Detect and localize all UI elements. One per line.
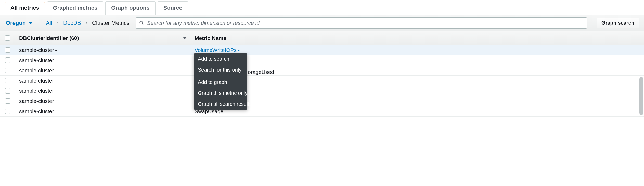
chevron-down-icon <box>29 22 32 24</box>
tab-graphed-metrics[interactable]: Graphed metrics <box>47 1 104 15</box>
sort-dropdown-icon[interactable] <box>183 37 187 39</box>
cell-metric-name[interactable]: VolumeWriteIOPs <box>190 45 644 55</box>
caret-down-icon[interactable] <box>237 50 240 51</box>
toolbar: Oregon All › DocDB › Cluster Metrics Gra… <box>0 15 644 31</box>
metric-name-text[interactable]: VolumeWriteIOPs <box>195 47 237 53</box>
cell-cluster-identifier[interactable]: sample-cluster <box>15 76 190 86</box>
cell-metric-name[interactable] <box>190 76 644 86</box>
cluster-identifier-text: sample-cluster <box>19 98 54 104</box>
row-checkbox-cell <box>0 96 15 106</box>
menu-add-to-graph[interactable]: Add to graph <box>194 77 247 88</box>
table-header: DBClusterIdentifier (60) Metric Name <box>0 31 644 45</box>
header-checkbox-cell <box>0 31 15 45</box>
cell-metric-name[interactable] <box>190 96 644 106</box>
row-checkbox[interactable] <box>5 109 10 114</box>
breadcrumb-separator-icon: › <box>86 20 87 26</box>
graph-search-button[interactable]: Graph search <box>597 18 639 28</box>
cell-metric-name[interactable] <box>190 55 644 65</box>
tab-all-metrics[interactable]: All metrics <box>5 2 45 15</box>
menu-separator <box>194 76 247 76</box>
breadcrumb-current: Cluster Metrics <box>92 20 130 26</box>
search-box[interactable] <box>136 17 587 29</box>
row-checkbox-cell <box>0 45 15 55</box>
search-icon <box>139 20 144 26</box>
table-row[interactable]: sample-cluster <box>0 86 644 96</box>
cell-cluster-identifier[interactable]: sample-cluster <box>15 106 190 116</box>
table-row[interactable]: sample-clusterSwapUsage <box>0 106 644 117</box>
cluster-identifier-text: sample-cluster <box>19 108 54 114</box>
search-wrap <box>136 17 592 29</box>
header-identifier[interactable]: DBClusterIdentifier (60) <box>15 31 190 45</box>
cell-metric-name[interactable]: SwapUsage <box>190 106 644 116</box>
header-identifier-label: DBClusterIdentifier (60) <box>19 35 79 41</box>
table-row[interactable]: sample-cluster <box>0 65 644 76</box>
metrics-table: DBClusterIdentifier (60) Metric Name sam… <box>0 31 644 117</box>
menu-graph-all-results[interactable]: Graph all search results <box>194 99 247 110</box>
tab-graph-options[interactable]: Graph options <box>105 1 155 15</box>
cell-cluster-identifier[interactable]: sample-cluster <box>15 86 190 96</box>
search-input[interactable] <box>147 20 584 26</box>
row-checkbox-cell <box>0 86 15 96</box>
row-checkbox[interactable] <box>5 57 10 63</box>
row-checkbox-cell <box>0 106 15 116</box>
cloudwatch-metrics-panel: All metrics Graphed metrics Graph option… <box>0 0 644 117</box>
row-checkbox-cell <box>0 76 15 86</box>
cell-cluster-identifier[interactable]: sample-cluster <box>15 55 190 65</box>
cell-cluster-identifier[interactable]: sample-cluster <box>15 65 190 75</box>
breadcrumb-all[interactable]: All <box>46 20 52 26</box>
table-row[interactable]: sample-cluster <box>0 76 644 86</box>
row-checkbox[interactable] <box>5 68 10 73</box>
table-row[interactable]: sample-cluster <box>0 55 644 65</box>
select-all-checkbox[interactable] <box>5 35 10 41</box>
menu-graph-this-only[interactable]: Graph this metric only <box>194 88 247 99</box>
table-body: sample-clusterVolumeWriteIOPssample-clus… <box>0 45 644 117</box>
table-row[interactable]: sample-clusterVolumeWriteIOPs <box>0 45 644 55</box>
graph-search-cell: Graph search <box>592 15 644 31</box>
cell-metric-name[interactable] <box>190 86 644 96</box>
cell-cluster-identifier[interactable]: sample-cluster <box>15 45 190 55</box>
breadcrumb: All › DocDB › Cluster Metrics <box>40 20 135 26</box>
table-row[interactable]: sample-cluster <box>0 96 644 106</box>
row-checkbox-cell <box>0 55 15 65</box>
menu-search-this-only[interactable]: Search for this only <box>194 64 247 75</box>
metric-context-menu: Add to search Search for this only Add t… <box>194 53 247 110</box>
tab-source[interactable]: Source <box>158 1 188 15</box>
cell-cluster-identifier[interactable]: sample-cluster <box>15 96 190 106</box>
row-checkbox[interactable] <box>5 47 10 53</box>
cluster-identifier-text: sample-cluster <box>19 67 54 74</box>
row-checkbox[interactable] <box>5 88 10 94</box>
breadcrumb-separator-icon: › <box>57 20 59 26</box>
row-checkbox-cell <box>0 65 15 75</box>
cluster-identifier-text: sample-cluster <box>19 57 54 63</box>
caret-down-icon[interactable] <box>55 50 58 51</box>
obscured-metric-tail: orageUsed <box>248 69 274 75</box>
cluster-identifier-text: sample-cluster <box>19 47 54 53</box>
header-metric-label: Metric Name <box>195 35 226 41</box>
header-metric-name[interactable]: Metric Name <box>190 31 644 45</box>
breadcrumb-docdb[interactable]: DocDB <box>63 20 81 26</box>
tabs-bar: All metrics Graphed metrics Graph option… <box>0 0 644 15</box>
region-selector[interactable]: Oregon <box>0 15 40 31</box>
row-checkbox[interactable] <box>5 98 10 104</box>
menu-add-to-search[interactable]: Add to search <box>194 53 247 64</box>
vertical-scrollbar[interactable] <box>639 77 643 115</box>
cluster-identifier-text: sample-cluster <box>19 88 54 94</box>
svg-line-1 <box>142 24 144 25</box>
cluster-identifier-text: sample-cluster <box>19 78 54 84</box>
svg-point-0 <box>140 21 143 24</box>
region-label: Oregon <box>6 20 26 26</box>
row-checkbox[interactable] <box>5 78 10 83</box>
